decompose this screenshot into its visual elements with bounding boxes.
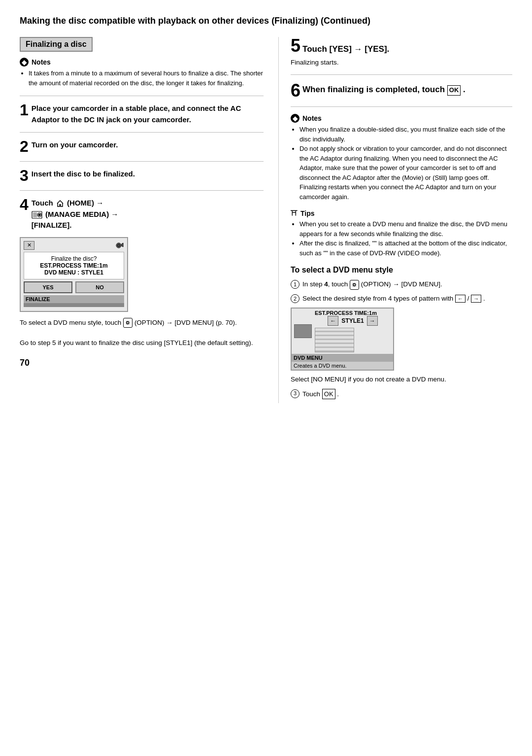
select-step-3-list: 3 Touch OK .	[291, 389, 512, 400]
screen2-est: EST.PROCESS TIME:1m	[315, 310, 391, 316]
screen2-style: STYLE1	[341, 317, 364, 324]
screen2-desc-bar: Creates a DVD menu.	[292, 362, 393, 370]
divider-r1	[291, 74, 512, 75]
step-2: 2 Turn on your camcorder.	[20, 139, 264, 154]
option-icon-2: ⛭	[350, 280, 359, 290]
step1-text: Place your camcorder in a stable place, …	[32, 103, 264, 125]
screen2-style-preview	[315, 328, 354, 352]
notes-block-right: ◆ Notes When you finalize a double-sided…	[291, 114, 512, 202]
screen-finalize-question: Finalize the disc?	[27, 255, 121, 262]
option-icon: ⛭	[123, 318, 133, 328]
step4-page: (p. 70).	[216, 319, 237, 326]
screen-est-time: EST.PROCESS TIME:1m	[27, 262, 121, 269]
notes-list-left: It takes from a minute to a maximum of s…	[20, 69, 264, 88]
select-steps-list: 1 In step 4, touch ⛭ (OPTION) → [DVD MEN…	[291, 279, 512, 304]
step4-body2: Go to step 5 if you want to finalize the…	[20, 338, 264, 348]
to-select-heading: To select a DVD menu style	[291, 266, 512, 275]
select-step-2: 2 Select the desired style from 4 types …	[291, 294, 512, 304]
screen-yes-btn[interactable]: YES	[24, 281, 72, 293]
select-step-1: 1 In step 4, touch ⛭ (OPTION) → [DVD MEN…	[291, 279, 512, 290]
step3-text: Insert the disc to be finalized.	[32, 169, 135, 180]
page-number: 70	[20, 358, 264, 368]
screen2-style-row: ← STYLE1 →	[315, 316, 391, 326]
tips-header: ⛩ Tips	[291, 209, 512, 217]
step-4: 4 Touch (HOME) →	[20, 198, 264, 348]
select-no-menu-text: Select [NO MENU] if you do not create a …	[291, 375, 512, 384]
screen2-prev-btn[interactable]: ←	[328, 316, 338, 326]
step6-text: When finalizing is completed, touch OK .	[302, 82, 466, 96]
step4-body: To select a DVD menu style, touch ⛭ (OPT…	[20, 318, 264, 348]
svg-rect-1	[33, 212, 37, 217]
select-step-3-text: Touch OK .	[302, 389, 339, 400]
notes-icon-right: ◆	[291, 114, 299, 123]
step6-period: .	[463, 85, 466, 94]
step-6: 6 When finalizing is completed, touch OK…	[291, 82, 512, 100]
step6-ok: OK	[447, 85, 461, 95]
divider-3	[20, 161, 264, 162]
step1-num: 1	[20, 102, 29, 118]
screen-buttons: YES NO	[24, 281, 124, 293]
step5-text: Touch [YES] → [YES].	[302, 44, 389, 54]
notes-header-right: ◆ Notes	[291, 114, 512, 123]
tips-label: Tips	[300, 209, 315, 217]
circle-num-3: 3	[291, 389, 299, 398]
screen2-label-bar: DVD MENU	[292, 354, 393, 362]
step4-label: Touch (HOME) →	[32, 199, 103, 207]
notes-block-left: ◆ Notes It takes from a minute to a maxi…	[20, 58, 264, 88]
step-3: 3 Insert the disc to be finalized.	[20, 169, 264, 183]
step6-num: 6	[291, 82, 300, 100]
select-step-2-text: Select the desired style from 4 types of…	[302, 294, 485, 304]
screen-finalize-label: FINALIZE	[24, 295, 124, 303]
step4-manage: (MANAGE MEDIA) →	[32, 210, 119, 218]
screen-content: Finalize the disc? EST.PROCESS TIME:1m D…	[24, 252, 124, 279]
tips-icon: ⛩	[291, 209, 298, 217]
notes-header-left: ◆ Notes	[20, 58, 264, 67]
section-title: Finalizing a disc	[20, 37, 93, 52]
right-column: 5 Touch [YES] → [YES]. Finalizing starts…	[278, 37, 512, 403]
screen-progress-bar	[24, 303, 124, 307]
left-column: Finalizing a disc ◆ Notes It takes from …	[20, 37, 264, 403]
screen2-thumb	[294, 324, 312, 338]
notes-label-left: Notes	[32, 58, 51, 66]
manage-media-icon	[32, 211, 42, 219]
step5-body: Finalizing starts.	[291, 58, 512, 68]
step5-num: 5	[291, 37, 300, 55]
home-icon	[56, 200, 64, 207]
notes-icon-left: ◆	[20, 58, 29, 67]
step4-option-label: (OPTION) → [DVD MENU]	[134, 319, 214, 326]
step4-num: 4	[20, 197, 29, 212]
screen-finalize: ✕ Finalize the disc? EST.PROCESS TIME:1m…	[20, 237, 128, 312]
step2-num: 2	[20, 138, 29, 154]
step-5: 5 Touch [YES] → [YES]. Finalizing starts…	[291, 37, 512, 68]
circle-num-1: 1	[291, 280, 299, 289]
tip-1: When you set to create a DVD menu and fi…	[299, 219, 512, 239]
svg-point-5	[117, 244, 120, 247]
divider-1	[20, 96, 264, 96]
select-step-3: 3 Touch OK .	[291, 389, 512, 400]
select-step-1-text: In step 4, touch ⛭ (OPTION) → [DVD MENU]…	[302, 279, 442, 290]
step3-num: 3	[20, 168, 29, 183]
screen2-next-btn[interactable]: →	[367, 316, 378, 326]
divider-2	[20, 132, 264, 133]
notes-list-right: When you finalize a double-sided disc, y…	[291, 125, 512, 202]
divider-r2	[291, 106, 512, 107]
step-1: 1 Place your camcorder in a stable place…	[20, 103, 264, 125]
tip-2: After the disc is finalized, "" is attac…	[299, 239, 512, 258]
tips-list: When you set to create a DVD menu and fi…	[291, 219, 512, 258]
circle-num-2: 2	[291, 294, 299, 303]
screen-no-btn[interactable]: NO	[75, 281, 124, 293]
step4-finalize: [FINALIZE].	[32, 221, 72, 229]
ok-box-3: OK	[322, 389, 335, 400]
divider-4	[20, 190, 264, 191]
notes-label-right: Notes	[302, 114, 322, 122]
note-right-2: Do not apply shock or vibration to your …	[299, 144, 512, 202]
screen-dvd-menu: EST.PROCESS TIME:1m ← STYLE1 → DVD MENU …	[291, 308, 394, 371]
svg-point-3	[38, 214, 40, 216]
note-right-1: When you finalize a double-sided disc, y…	[299, 125, 512, 144]
screen-record-icon	[113, 241, 124, 250]
page-header: Making the disc compatible with playback…	[20, 15, 512, 27]
screen-dvd-menu: DVD MENU : STYLE1	[27, 269, 121, 276]
tips-block: ⛩ Tips When you set to create a DVD menu…	[291, 209, 512, 258]
step2-text: Turn on your camcorder.	[32, 139, 118, 151]
note-item-left-1: It takes from a minute to a maximum of s…	[29, 69, 264, 88]
